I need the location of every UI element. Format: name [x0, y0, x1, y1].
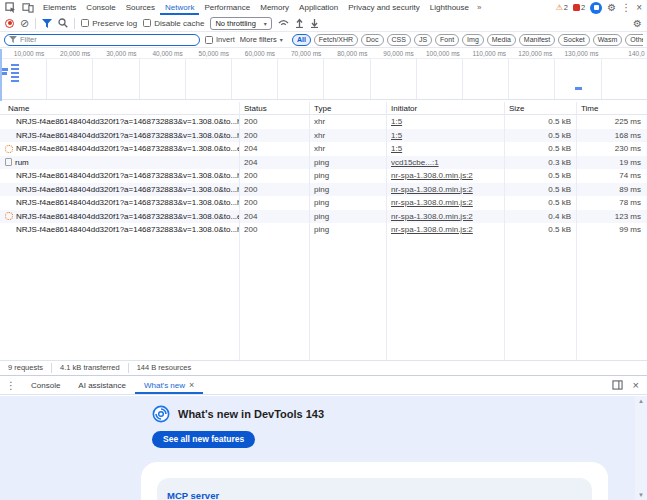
kebab-menu-icon[interactable]: ⋮ — [621, 0, 631, 15]
column-separator[interactable] — [386, 102, 387, 360]
filter-input-container — [4, 34, 200, 46]
filter-chip-font[interactable]: Font — [435, 34, 459, 46]
initiator-link[interactable]: 1:5 — [391, 131, 402, 140]
drawer-tab-what-s-new[interactable]: What's new× — [135, 376, 203, 394]
filter-input[interactable] — [20, 35, 195, 44]
timeline-tick: 110,000 ms — [462, 48, 508, 58]
record-network-log-button[interactable] — [5, 19, 14, 28]
size-cell: 0.5 kB — [505, 223, 577, 237]
filter-chip-manifest[interactable]: Manifest — [519, 34, 555, 46]
settings-gear-icon[interactable]: ⚙ — [607, 0, 616, 15]
table-row[interactable]: NRJS-f4ae86148404dd320f1?a=1468732883&v=… — [0, 210, 647, 224]
close-tab-icon[interactable]: × — [189, 380, 194, 390]
filter-chip-css[interactable]: CSS — [387, 34, 411, 46]
filter-chip-doc[interactable]: Doc — [361, 34, 383, 46]
network-overview-strip[interactable] — [0, 58, 647, 100]
column-separator[interactable] — [309, 102, 310, 360]
column-separator[interactable] — [239, 102, 240, 360]
invert-checkbox[interactable]: Invert — [205, 35, 235, 44]
overview-window-handle[interactable] — [0, 49, 2, 101]
drawer-kebab-menu-icon[interactable]: ⋮ — [0, 376, 22, 394]
filter-chip-fetch-xhr[interactable]: Fetch/XHR — [314, 34, 358, 46]
initiator-link[interactable]: 1:5 — [391, 117, 402, 126]
column-header-size[interactable]: Size — [505, 102, 577, 114]
column-header-initiator[interactable]: Initiator — [387, 102, 505, 114]
filter-chip-media[interactable]: Media — [487, 34, 516, 46]
table-row[interactable]: NRJS-f4ae86148404dd320f1?a=1468732883&v=… — [0, 223, 647, 237]
table-row[interactable]: NRJS-f4ae86148404dd320f1?a=1468732883&v=… — [0, 196, 647, 210]
document-icon — [5, 158, 12, 166]
timeline-tick: 70,000 ms — [277, 48, 323, 58]
warnings-badge[interactable]: ⚠ 2 — [556, 3, 568, 12]
clear-network-log-icon[interactable]: ⊘ — [20, 18, 29, 29]
tab-network[interactable]: Network — [160, 0, 199, 15]
divider — [35, 18, 36, 29]
initiator-link[interactable]: nr-spa-1.308.0.min.js:2 — [391, 185, 473, 194]
column-header-status[interactable]: Status — [240, 102, 310, 114]
disable-cache-checkbox[interactable]: Disable cache — [143, 19, 204, 28]
preserve-log-checkbox[interactable]: Preserve log — [81, 19, 137, 28]
drawer-scrollbar[interactable]: ▲ ▼ — [635, 396, 647, 500]
close-devtools-icon[interactable]: × — [636, 0, 642, 15]
table-row[interactable]: NRJS-f4ae86148404dd320f1?a=1468732883&v=… — [0, 169, 647, 183]
table-row[interactable]: NRJS-f4ae86148404dd320f1?a=1468732883&v=… — [0, 115, 647, 129]
tab-memory[interactable]: Memory — [255, 0, 294, 15]
table-row[interactable]: NRJS-f4ae86148404dd320f1?a=1468732883&v=… — [0, 142, 647, 156]
network-conditions-icon[interactable] — [278, 19, 289, 28]
initiator-link[interactable]: nr-spa-1.308.0.min.js:2 — [391, 212, 473, 221]
column-separator[interactable] — [576, 102, 577, 360]
column-header-type[interactable]: Type — [310, 102, 387, 114]
more-filters-dropdown[interactable]: More filters ▾ — [240, 35, 283, 44]
filter-chip-img[interactable]: Img — [462, 34, 484, 46]
tab-application[interactable]: Application — [294, 0, 343, 15]
request-name-cell: NRJS-f4ae86148404dd320f1?a=1468732883&v=… — [0, 129, 240, 143]
errors-badge[interactable]: 2 — [573, 3, 585, 12]
initiator-link[interactable]: vcd15cbe...:1 — [391, 158, 439, 167]
tab-console[interactable]: Console — [81, 0, 120, 15]
filter-chip-other[interactable]: Other — [625, 34, 643, 46]
filter-chip-all[interactable]: All — [292, 34, 311, 46]
throttling-dropdown[interactable]: No throttling ▾ — [210, 17, 271, 30]
filter-chip-wasm[interactable]: Wasm — [593, 34, 623, 46]
checkbox-box — [81, 19, 89, 27]
scroll-down-icon[interactable]: ▼ — [638, 492, 644, 498]
more-tabs-icon[interactable]: » — [474, 0, 484, 15]
filter-toggle-icon[interactable] — [42, 19, 52, 28]
inspect-element-icon[interactable] — [2, 0, 18, 15]
mcp-server-link[interactable]: MCP server — [167, 490, 219, 500]
tab-performance[interactable]: Performance — [199, 0, 255, 15]
tab-privacy-and-security[interactable]: Privacy and security — [343, 0, 425, 15]
close-drawer-icon[interactable]: × — [633, 378, 639, 393]
export-har-icon[interactable] — [310, 18, 319, 28]
network-settings-gear-icon[interactable]: ⚙ — [633, 16, 642, 31]
drawer-tab-console[interactable]: Console — [22, 376, 69, 394]
request-name-cell: NRJS-f4ae86148404dd320f1?a=1468732883&v=… — [0, 142, 240, 156]
initiator-link[interactable]: nr-spa-1.308.0.min.js:2 — [391, 198, 473, 207]
profile-avatar[interactable] — [590, 2, 602, 14]
tab-elements[interactable]: Elements — [38, 0, 81, 15]
timeline-gridline — [601, 59, 602, 99]
import-har-icon[interactable] — [295, 18, 304, 28]
size-cell: 0.5 kB — [505, 196, 577, 210]
drawer-tab-ai-assistance[interactable]: AI assistance — [69, 376, 135, 394]
search-icon[interactable] — [58, 18, 68, 28]
timeline-tick: 90,000 ms — [370, 48, 416, 58]
table-row[interactable]: rum204pingvcd15cbe...:10.3 kB19 ms — [0, 156, 647, 170]
scroll-up-icon[interactable]: ▲ — [638, 398, 644, 404]
filter-chip-js[interactable]: JS — [414, 34, 432, 46]
initiator-link[interactable]: 1:5 — [391, 144, 402, 153]
filter-chip-socket[interactable]: Socket — [558, 34, 589, 46]
device-toolbar-icon[interactable] — [20, 0, 36, 15]
tab-sources[interactable]: Sources — [121, 0, 160, 15]
dock-panel-icon[interactable] — [612, 380, 623, 390]
table-row[interactable]: NRJS-f4ae86148404dd320f1?a=1468732883&v=… — [0, 129, 647, 143]
tab-lighthouse[interactable]: Lighthouse — [425, 0, 474, 15]
column-header-time[interactable]: Time — [577, 102, 647, 114]
column-header-name[interactable]: Name — [0, 102, 240, 114]
table-row[interactable]: NRJS-f4ae86148404dd320f1?a=1468732883&v=… — [0, 183, 647, 197]
see-all-features-button[interactable]: See all new features — [152, 431, 255, 448]
column-separator[interactable] — [504, 102, 505, 360]
invert-label: Invert — [216, 35, 235, 44]
initiator-link[interactable]: nr-spa-1.308.0.min.js:2 — [391, 225, 473, 234]
initiator-link[interactable]: nr-spa-1.308.0.min.js:2 — [391, 171, 473, 180]
